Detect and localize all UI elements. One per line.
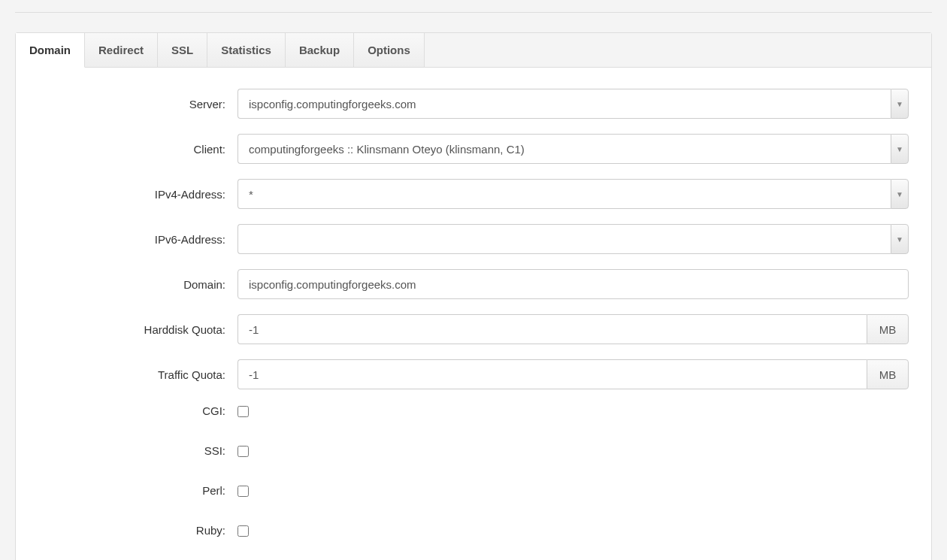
- ipv4-select-value: *: [238, 179, 891, 209]
- label-client: Client:: [38, 143, 238, 156]
- label-hdquota: Harddisk Quota:: [38, 323, 238, 336]
- label-ipv4: IPv4-Address:: [38, 188, 238, 201]
- row-ruby: Ruby:: [38, 524, 909, 537]
- row-cgi: CGI:: [38, 404, 909, 417]
- label-ssi: SSI:: [38, 444, 238, 457]
- tab-statistics[interactable]: Statistics: [207, 33, 286, 67]
- label-trafficquota: Traffic Quota:: [38, 368, 238, 381]
- label-cgi: CGI:: [38, 404, 238, 417]
- hdquota-input[interactable]: [238, 314, 867, 344]
- ipv4-select[interactable]: * ▼: [238, 179, 909, 209]
- form-area: Server: ispconfig.computingforgeeks.com …: [16, 68, 931, 560]
- row-ipv4: IPv4-Address: * ▼: [38, 179, 909, 209]
- domain-input[interactable]: [238, 269, 909, 299]
- label-domain: Domain:: [38, 278, 238, 291]
- cgi-checkbox[interactable]: [238, 406, 249, 417]
- label-server: Server:: [38, 98, 238, 110]
- label-perl: Perl:: [38, 484, 238, 497]
- client-select[interactable]: computingforgeeks :: Klinsmann Oteyo (kl…: [238, 134, 909, 164]
- ssi-checkbox[interactable]: [238, 446, 249, 457]
- chevron-down-icon: ▼: [891, 224, 909, 254]
- trafficquota-unit: MB: [867, 359, 909, 389]
- tab-redirect[interactable]: Redirect: [85, 33, 158, 67]
- server-select-value: ispconfig.computingforgeeks.com: [238, 89, 891, 119]
- client-select-value: computingforgeeks :: Klinsmann Oteyo (kl…: [238, 134, 891, 164]
- row-domain: Domain:: [38, 269, 909, 299]
- tabs: Domain Redirect SSL Statistics Backup Op…: [16, 33, 931, 68]
- row-ssi: SSI:: [38, 444, 909, 457]
- row-client: Client: computingforgeeks :: Klinsmann O…: [38, 134, 909, 164]
- row-perl: Perl:: [38, 484, 909, 497]
- server-select[interactable]: ispconfig.computingforgeeks.com ▼: [238, 89, 909, 119]
- chevron-down-icon: ▼: [891, 179, 909, 209]
- row-ipv6: IPv6-Address: ▼: [38, 224, 909, 254]
- row-trafficquota: Traffic Quota: MB: [38, 359, 909, 389]
- trafficquota-input[interactable]: [238, 359, 867, 389]
- row-hdquota: Harddisk Quota: MB: [38, 314, 909, 344]
- tab-ssl[interactable]: SSL: [158, 33, 207, 67]
- label-ipv6: IPv6-Address:: [38, 233, 238, 246]
- tab-options[interactable]: Options: [354, 33, 425, 67]
- hdquota-unit: MB: [867, 314, 909, 344]
- ruby-checkbox[interactable]: [238, 525, 249, 537]
- row-server: Server: ispconfig.computingforgeeks.com …: [38, 89, 909, 119]
- top-divider: [15, 12, 932, 13]
- chevron-down-icon: ▼: [891, 89, 909, 119]
- tab-container: Domain Redirect SSL Statistics Backup Op…: [15, 32, 932, 560]
- chevron-down-icon: ▼: [891, 134, 909, 164]
- ipv6-select[interactable]: ▼: [238, 224, 909, 254]
- tab-domain[interactable]: Domain: [16, 33, 85, 68]
- perl-checkbox[interactable]: [238, 486, 249, 497]
- label-ruby: Ruby:: [38, 524, 238, 537]
- ipv6-select-value: [238, 224, 891, 254]
- tab-backup[interactable]: Backup: [286, 33, 354, 67]
